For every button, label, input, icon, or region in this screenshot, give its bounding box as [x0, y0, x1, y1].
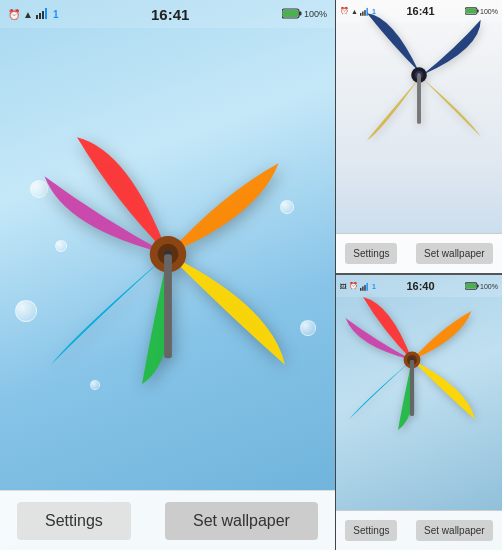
- svg-rect-3: [45, 8, 47, 19]
- svg-rect-0: [36, 15, 38, 19]
- lte-badge-rb: 1: [372, 283, 376, 290]
- left-wallpaper-bg: ⏰ ▲ 1 16:41 100%: [0, 0, 335, 550]
- settings-button-rb[interactable]: Settings: [345, 520, 397, 541]
- set-wallpaper-button-rt[interactable]: Set wallpaper: [416, 243, 493, 264]
- settings-button-rt[interactable]: Settings: [345, 243, 397, 264]
- alarm-icon-rt: ⏰: [340, 7, 349, 15]
- status-right-left: 100%: [282, 8, 327, 21]
- svg-rect-6: [299, 11, 302, 15]
- status-icons-left: ⏰ ▲ 1: [8, 7, 58, 21]
- bottom-bar-right-top: Settings Set wallpaper: [336, 233, 502, 273]
- alarm-icon: ⏰: [8, 9, 20, 20]
- right-bottom-phone: 🖼 ⏰ 1 16:40 100%: [336, 275, 502, 550]
- svg-rect-27: [466, 284, 477, 289]
- signal-icon: [36, 7, 50, 21]
- battery-right-bottom: 100%: [465, 282, 498, 290]
- set-wallpaper-button-rb[interactable]: Set wallpaper: [416, 520, 493, 541]
- bubble-5: [300, 320, 316, 336]
- settings-button-left[interactable]: Settings: [17, 502, 131, 540]
- battery-icon-left: [282, 8, 302, 21]
- right-top-phone: ⏰ ▲ 1 16:41 100%: [336, 0, 502, 275]
- bottom-bar-right-bottom: Settings Set wallpaper: [336, 510, 502, 550]
- alarm-icon-rb: ⏰: [349, 282, 358, 290]
- svg-rect-1: [39, 13, 41, 19]
- svg-rect-5: [283, 10, 298, 17]
- bubble-3: [15, 300, 37, 322]
- left-phone-panel: ⏰ ▲ 1 16:41 100%: [0, 0, 335, 550]
- bottom-bar-left: Settings Set wallpaper: [0, 490, 335, 550]
- svg-rect-21: [417, 75, 421, 124]
- svg-rect-28: [477, 285, 479, 288]
- pinwheel-right-bottom: [342, 290, 482, 430]
- pinwheel-left: [38, 124, 298, 384]
- battery-pct-left: 100%: [304, 9, 327, 19]
- right-panel: ⏰ ▲ 1 16:41 100%: [335, 0, 502, 550]
- batt-pct-rb: 100%: [480, 283, 498, 290]
- photo-icon-rb: 🖼: [340, 283, 347, 290]
- status-bar-left: ⏰ ▲ 1 16:41 100%: [0, 0, 335, 28]
- svg-rect-32: [410, 360, 414, 416]
- time-display-left: 16:41: [151, 6, 189, 23]
- svg-rect-10: [164, 254, 172, 358]
- pinwheel-right-top: [354, 10, 484, 140]
- lte-badge: 1: [53, 9, 59, 20]
- set-wallpaper-button-left[interactable]: Set wallpaper: [165, 502, 318, 540]
- svg-rect-2: [42, 11, 44, 19]
- right-top-wallpaper: ⏰ ▲ 1 16:41 100%: [336, 0, 502, 273]
- wifi-icon: ▲: [23, 9, 33, 20]
